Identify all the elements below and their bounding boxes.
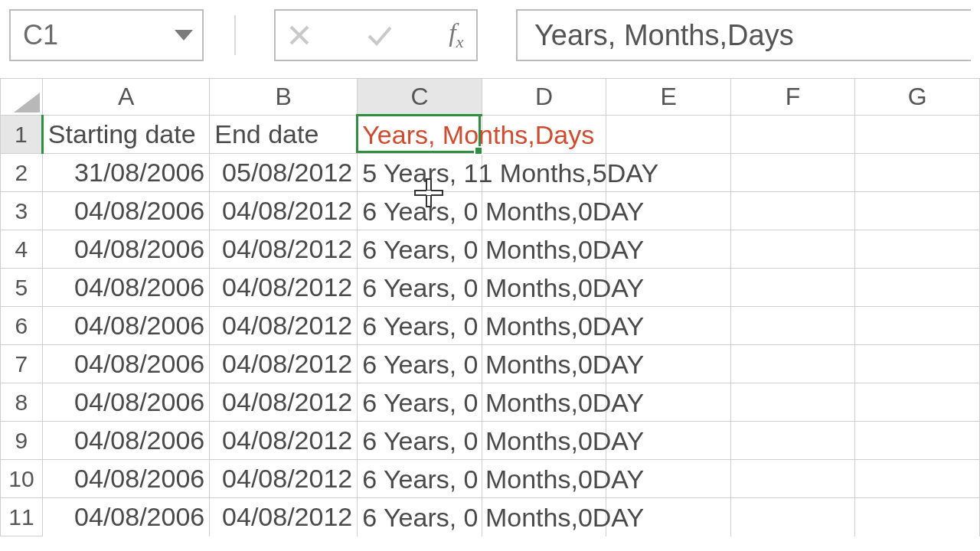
row-header[interactable]: 4 bbox=[1, 230, 43, 269]
row-header[interactable]: 1 bbox=[1, 116, 43, 154]
cell[interactable]: 04/08/2012 bbox=[210, 498, 358, 536]
cell[interactable] bbox=[730, 345, 855, 383]
cell[interactable] bbox=[855, 498, 980, 536]
formula-controls: fx bbox=[274, 9, 478, 61]
cell[interactable] bbox=[855, 192, 980, 230]
col-header-F[interactable]: F bbox=[730, 79, 855, 116]
cell-selected[interactable]: Years, Months,Days bbox=[358, 116, 482, 154]
table-row: 1004/08/200604/08/20126 Years, 0 Months,… bbox=[1, 460, 980, 498]
cell[interactable]: Starting date bbox=[42, 116, 209, 154]
cell[interactable] bbox=[730, 116, 855, 154]
check-icon bbox=[367, 24, 393, 47]
table-row: 231/08/200605/08/20125 Years, 11 Months,… bbox=[1, 154, 980, 192]
col-header-A[interactable]: A bbox=[42, 79, 209, 116]
cell[interactable]: 5 Years, 11 Months,5DAY bbox=[358, 154, 482, 192]
row-header[interactable]: 3 bbox=[1, 192, 43, 230]
cell[interactable]: 04/08/2006 bbox=[42, 460, 209, 498]
cell[interactable] bbox=[855, 422, 980, 460]
cell[interactable]: 6 Years, 0 Months,0DAY bbox=[358, 230, 482, 269]
cell[interactable]: 6 Years, 0 Months,0DAY bbox=[358, 307, 482, 345]
table-row: 1Starting dateEnd dateYears, Months,Days bbox=[1, 116, 980, 154]
cell[interactable]: End date bbox=[210, 116, 358, 154]
spreadsheet-grid[interactable]: A B C D E F G 1Starting dateEnd dateYear… bbox=[0, 78, 980, 536]
cell[interactable]: 04/08/2012 bbox=[210, 383, 358, 422]
cell[interactable]: 6 Years, 0 Months,0DAY bbox=[358, 345, 482, 383]
table-row: 404/08/200604/08/20126 Years, 0 Months,0… bbox=[1, 230, 980, 269]
name-box[interactable]: C1 bbox=[9, 9, 204, 61]
cell[interactable] bbox=[730, 192, 855, 230]
row-header[interactable]: 11 bbox=[1, 498, 43, 536]
row-header[interactable]: 10 bbox=[1, 460, 43, 498]
cell[interactable] bbox=[855, 383, 980, 422]
cell[interactable] bbox=[855, 230, 980, 269]
row-header[interactable]: 2 bbox=[1, 154, 43, 192]
formula-value: Years, Months,Days bbox=[534, 19, 794, 52]
col-header-B[interactable]: B bbox=[210, 79, 358, 116]
cell[interactable] bbox=[730, 230, 855, 269]
name-box-value: C1 bbox=[23, 19, 58, 51]
cell[interactable]: 04/08/2006 bbox=[42, 383, 209, 422]
cell[interactable] bbox=[606, 116, 731, 154]
cell[interactable] bbox=[730, 383, 855, 422]
table-row: 1104/08/200604/08/20126 Years, 0 Months,… bbox=[1, 498, 980, 536]
separator bbox=[234, 15, 236, 55]
cell[interactable] bbox=[730, 422, 855, 460]
cell[interactable]: 04/08/2006 bbox=[42, 230, 209, 269]
cell[interactable]: 6 Years, 0 Months,0DAY bbox=[358, 498, 482, 536]
column-header-row: A B C D E F G bbox=[1, 79, 980, 116]
cell[interactable]: 04/08/2012 bbox=[210, 307, 358, 345]
cell[interactable]: 04/08/2006 bbox=[42, 269, 209, 307]
col-header-E[interactable]: E bbox=[606, 79, 731, 116]
cell[interactable]: 04/08/2012 bbox=[210, 269, 358, 307]
table-row: 804/08/200604/08/20126 Years, 0 Months,0… bbox=[1, 383, 980, 422]
chevron-down-icon[interactable] bbox=[175, 30, 193, 41]
cancel-icon bbox=[288, 24, 311, 47]
cell[interactable]: 31/08/2006 bbox=[42, 154, 209, 192]
select-all-corner[interactable] bbox=[1, 79, 43, 116]
cell[interactable]: 04/08/2006 bbox=[42, 498, 209, 536]
cell[interactable]: 04/08/2012 bbox=[210, 230, 358, 269]
cell[interactable]: 6 Years, 0 Months,0DAY bbox=[358, 460, 482, 498]
cell[interactable] bbox=[730, 307, 855, 345]
row-header[interactable]: 6 bbox=[1, 307, 43, 345]
col-header-D[interactable]: D bbox=[482, 79, 606, 116]
cell[interactable] bbox=[730, 460, 855, 498]
cell[interactable] bbox=[730, 269, 855, 307]
formula-input[interactable]: Years, Months,Days bbox=[516, 9, 971, 61]
table-row: 604/08/200604/08/20126 Years, 0 Months,0… bbox=[1, 307, 980, 345]
cell[interactable] bbox=[855, 345, 980, 383]
cell[interactable]: 6 Years, 0 Months,0DAY bbox=[358, 269, 482, 307]
table-row: 704/08/200604/08/20126 Years, 0 Months,0… bbox=[1, 345, 980, 383]
table-row: 304/08/200604/08/20126 Years, 0 Months,0… bbox=[1, 192, 980, 230]
cell[interactable]: 6 Years, 0 Months,0DAY bbox=[358, 383, 482, 422]
cell[interactable] bbox=[855, 269, 980, 307]
cell[interactable]: 04/08/2006 bbox=[42, 422, 209, 460]
cell[interactable]: 04/08/2012 bbox=[210, 345, 358, 383]
cell[interactable]: 04/08/2006 bbox=[42, 192, 209, 230]
row-header[interactable]: 7 bbox=[1, 345, 43, 383]
cell[interactable] bbox=[855, 460, 980, 498]
table-row: 904/08/200604/08/20126 Years, 0 Months,0… bbox=[1, 422, 980, 460]
row-header[interactable]: 9 bbox=[1, 422, 43, 460]
cell[interactable] bbox=[855, 307, 980, 345]
cell[interactable]: 6 Years, 0 Months,0DAY bbox=[358, 422, 482, 460]
cell[interactable]: 04/08/2012 bbox=[210, 192, 358, 230]
cell[interactable]: 04/08/2012 bbox=[210, 422, 358, 460]
cell[interactable]: 04/08/2012 bbox=[210, 460, 358, 498]
col-header-C[interactable]: C bbox=[358, 79, 482, 116]
cell[interactable] bbox=[855, 154, 980, 192]
cell[interactable]: 05/08/2012 bbox=[210, 154, 358, 192]
cell[interactable]: 04/08/2006 bbox=[42, 307, 209, 345]
cell[interactable] bbox=[730, 498, 855, 536]
table-row: 504/08/200604/08/20126 Years, 0 Months,0… bbox=[1, 269, 980, 307]
cell[interactable]: 6 Years, 0 Months,0DAY bbox=[358, 192, 482, 230]
row-header[interactable]: 5 bbox=[1, 269, 43, 307]
fx-icon[interactable]: fx bbox=[449, 18, 463, 52]
col-header-G[interactable]: G bbox=[855, 79, 980, 116]
cell[interactable] bbox=[855, 116, 980, 154]
formula-bar-area: C1 fx Years, Months,Days bbox=[0, 0, 980, 58]
cell[interactable]: 04/08/2006 bbox=[42, 345, 209, 383]
row-header[interactable]: 8 bbox=[1, 383, 43, 422]
cell[interactable] bbox=[730, 154, 855, 192]
